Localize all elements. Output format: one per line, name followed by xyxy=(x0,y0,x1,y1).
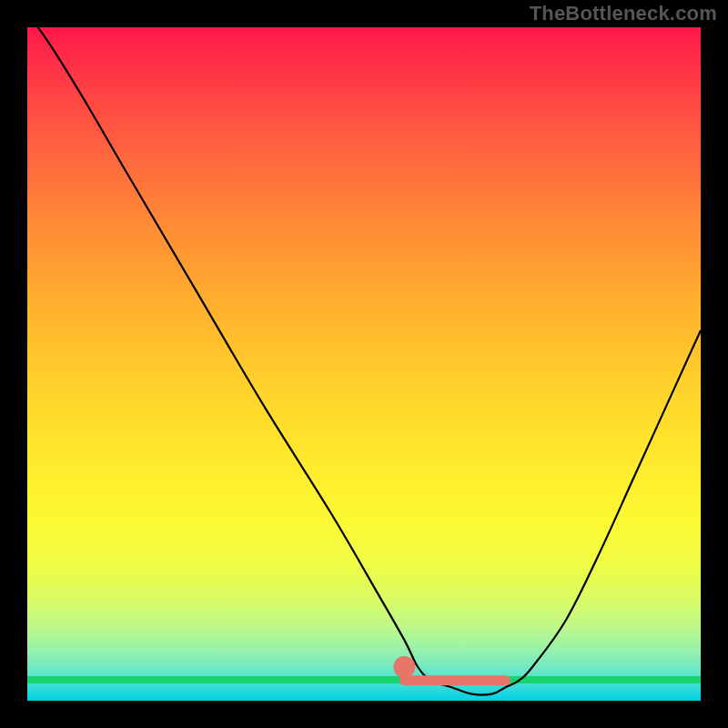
attribution-text: TheBottleneck.com xyxy=(530,2,717,25)
chart-container: TheBottleneck.com xyxy=(0,0,728,728)
bottleneck-curve xyxy=(27,27,701,695)
plot-area xyxy=(27,27,701,701)
marker-dot-icon xyxy=(393,656,415,678)
curve-layer xyxy=(27,27,701,701)
